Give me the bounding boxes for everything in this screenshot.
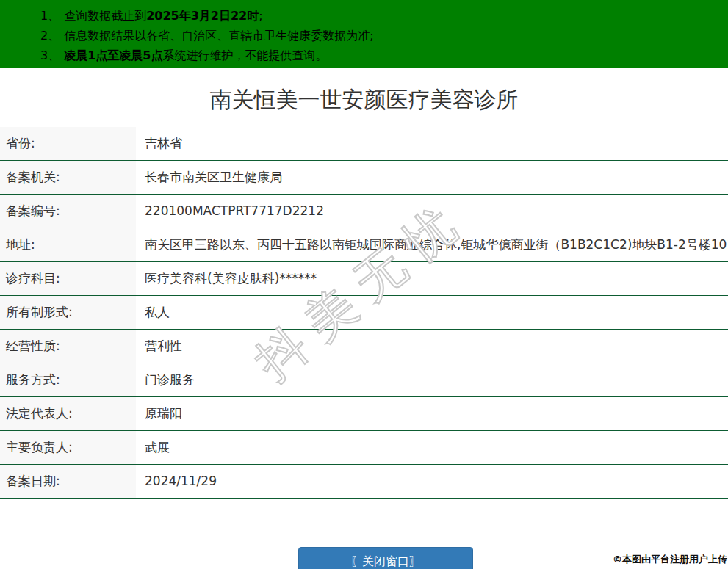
table-row-legal-representative: 法定代表人: 原瑞阳: [0, 397, 728, 431]
notice-text-bold: 凌晨1点至凌晨5点: [64, 48, 162, 62]
field-value: 医疗美容科(美容皮肤科)******: [136, 262, 728, 295]
field-label: 备案日期:: [0, 465, 136, 498]
notice-number: 3、: [40, 48, 60, 62]
info-table: 省份: 吉林省 备案机关: 长春市南关区卫生健康局 备案编号: 220100MA…: [0, 127, 728, 499]
field-value: 武展: [136, 431, 728, 464]
notice-text: 信息数据结果以各省、自治区、直辖市卫生健康委数据为准;: [64, 29, 373, 43]
field-value: 220100MACTPRT7717D2212: [136, 195, 728, 228]
field-value: 吉林省: [136, 127, 728, 160]
notice-line-3: 3、凌晨1点至凌晨5点系统进行维护，不能提供查询。: [0, 46, 728, 65]
field-label: 所有制形式:: [0, 296, 136, 329]
page-title: 南关恒美一世安颜医疗美容诊所: [0, 86, 728, 114]
table-row-business-nature: 经营性质: 营利性: [0, 330, 728, 363]
table-row-filing-authority: 备案机关: 长春市南关区卫生健康局: [0, 161, 728, 195]
field-value: 营利性: [136, 330, 728, 363]
field-label: 省份:: [0, 127, 136, 160]
field-label: 服务方式:: [0, 363, 136, 396]
notice-line-2: 2、信息数据结果以各省、自治区、直辖市卫生健康委数据为准;: [0, 26, 728, 46]
upload-attribution: ©本图由平台注册用户上传: [613, 553, 727, 566]
notice-line-1: 1、查询数据截止到2025年3月2日22时;: [0, 6, 728, 26]
table-row-filing-date: 备案日期: 2024/11/29: [0, 465, 728, 499]
field-label: 经营性质:: [0, 330, 136, 363]
field-value: 原瑞阳: [136, 397, 728, 430]
table-row-departments: 诊疗科目: 医疗美容科(美容皮肤科)******: [0, 262, 728, 296]
field-value: 南关区甲三路以东、丙四十五路以南钜城国际商业综合体,钜城华億商业街（B1B2C1…: [136, 228, 728, 261]
field-label: 地址:: [0, 228, 136, 261]
field-label: 备案编号:: [0, 195, 136, 228]
table-row-filing-number: 备案编号: 220100MACTPRT7717D2212: [0, 195, 728, 228]
notice-text: 查询数据截止到: [64, 9, 146, 23]
notice-number: 1、: [40, 9, 60, 23]
close-window-button[interactable]: 〖关闭窗口〗: [298, 547, 473, 569]
field-label: 主要负责人:: [0, 431, 136, 464]
notice-banner: 1、查询数据截止到2025年3月2日22时; 2、信息数据结果以各省、自治区、直…: [0, 0, 728, 68]
notice-number: 2、: [40, 29, 60, 43]
field-value: 门诊服务: [136, 363, 728, 396]
table-row-ownership: 所有制形式: 私人: [0, 296, 728, 330]
table-row-province: 省份: 吉林省: [0, 127, 728, 161]
field-label: 诊疗科目:: [0, 262, 136, 295]
table-row-address: 地址: 南关区甲三路以东、丙四十五路以南钜城国际商业综合体,钜城华億商业街（B1…: [0, 228, 728, 262]
field-label: 法定代表人:: [0, 397, 136, 430]
field-value: 长春市南关区卫生健康局: [136, 161, 728, 194]
table-row-person-in-charge: 主要负责人: 武展: [0, 431, 728, 465]
notice-text-bold: 2025年3月2日22时: [146, 9, 259, 23]
table-row-service-mode: 服务方式: 门诊服务: [0, 363, 728, 397]
field-value: 私人: [136, 296, 728, 329]
notice-text: 系统进行维护，不能提供查询。: [162, 48, 327, 62]
notice-text: ;: [259, 9, 262, 23]
field-value: 2024/11/29: [136, 465, 728, 498]
field-label: 备案机关:: [0, 161, 136, 194]
